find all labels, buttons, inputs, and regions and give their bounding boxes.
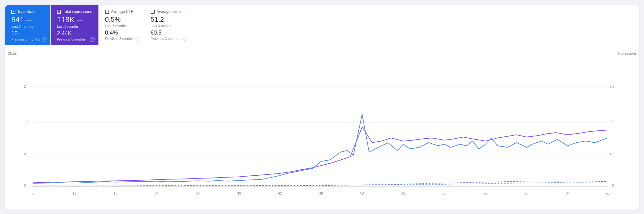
chart-area: Clicks Impressions 0 8 16 24 0 1K 2K 3K	[5, 45, 639, 210]
svg-text:36: 36	[237, 191, 241, 195]
svg-text:90: 90	[606, 191, 609, 195]
svg-text:2K: 2K	[610, 119, 614, 123]
ctr-current-value: 0.5%	[105, 16, 121, 23]
svg-text:84: 84	[566, 191, 569, 195]
clicks-current-period: Last 3 months	[11, 25, 44, 28]
y-axis-right-label: Impressions	[618, 52, 636, 55]
clicks-prev-period: Previous 3 months	[11, 37, 44, 41]
impressions-dash: —	[77, 17, 83, 23]
y-axis-left-label: Clicks	[8, 52, 17, 55]
position-label: Average position	[157, 9, 185, 14]
position-current-value: 51.2	[151, 16, 164, 23]
metric-title-position: Average position	[151, 9, 185, 14]
checkbox-position[interactable]	[151, 10, 155, 14]
svg-text:24: 24	[24, 85, 28, 89]
svg-text:72: 72	[484, 191, 487, 195]
impressions-label: Total impressions	[63, 9, 92, 14]
svg-text:60: 60	[401, 191, 405, 195]
metric-total-clicks[interactable]: Total clicks 541 — Last 3 months 10 ··· …	[5, 5, 51, 45]
metric-title-clicks: Total clicks	[11, 9, 44, 14]
ctr-current-period: Last 3 months	[105, 24, 138, 28]
impressions-line	[33, 127, 608, 183]
clicks-help-icon[interactable]: ?	[42, 37, 47, 42]
position-current-period: Last 3 months	[151, 24, 185, 28]
ctr-label: Average CTR	[111, 9, 134, 14]
chart-svg-container: 0 8 16 24 0 1K 2K 3K 6 12 18 24	[24, 52, 620, 197]
impressions-prev-period: Previous 3 months	[57, 37, 92, 41]
position-prev-period: Previous 3 months	[151, 37, 185, 41]
ctr-prev-value: 0.4%	[105, 30, 118, 36]
clicks-dash: —	[26, 17, 32, 23]
svg-text:42: 42	[278, 191, 282, 195]
svg-text:78: 78	[525, 191, 529, 195]
clicks-prev-dash: ···	[19, 31, 25, 36]
svg-text:18: 18	[114, 191, 117, 195]
chart-svg: 0 8 16 24 0 1K 2K 3K 6 12 18 24	[24, 52, 620, 196]
clicks-current-value: 541	[11, 16, 24, 24]
impressions-current-value: 118K	[57, 16, 75, 24]
clicks-prev-value: 10	[11, 30, 18, 37]
svg-text:0: 0	[24, 184, 26, 187]
metric-average-ctr[interactable]: Average CTR 0.5% Last 3 months 0.4% Prev…	[99, 5, 144, 45]
svg-text:12: 12	[73, 191, 76, 195]
svg-text:66: 66	[442, 191, 446, 195]
checkbox-impressions[interactable]	[57, 10, 61, 14]
impressions-current-period: Last 3 months	[57, 25, 92, 28]
position-help-icon[interactable]: ?	[182, 37, 187, 42]
checkbox-clicks[interactable]	[11, 10, 15, 14]
metric-title-ctr: Average CTR	[105, 9, 138, 14]
impressions-help-icon[interactable]: ?	[90, 37, 95, 42]
position-prev-value: 60.5	[151, 30, 162, 36]
svg-text:0: 0	[612, 184, 614, 187]
checkbox-ctr[interactable]	[105, 10, 109, 14]
main-container: Total clicks 541 — Last 3 months 10 ··· …	[5, 5, 639, 210]
ctr-help-icon[interactable]: ?	[136, 37, 140, 42]
svg-text:6: 6	[32, 191, 34, 195]
impressions-prev-value: 2.44K	[57, 30, 72, 37]
svg-text:54: 54	[360, 191, 364, 195]
impressions-prev-line	[33, 181, 608, 186]
svg-text:3K: 3K	[610, 85, 614, 89]
svg-text:30: 30	[196, 191, 200, 195]
metric-total-impressions[interactable]: Total impressions 118K — Last 3 months 2…	[51, 5, 99, 45]
svg-text:1K: 1K	[610, 152, 614, 156]
svg-text:8: 8	[24, 152, 26, 156]
svg-text:48: 48	[319, 191, 323, 195]
metrics-bar: Total clicks 541 — Last 3 months 10 ··· …	[5, 5, 639, 45]
metric-average-position[interactable]: Average position 51.2 Last 3 months 60.5…	[144, 5, 191, 45]
svg-text:16: 16	[24, 119, 28, 123]
clicks-label: Total clicks	[17, 9, 36, 14]
svg-text:24: 24	[155, 191, 158, 195]
ctr-prev-period: Previous 3 months	[105, 37, 138, 41]
clicks-line	[33, 114, 608, 184]
metric-title-impressions: Total impressions	[57, 9, 92, 14]
impressions-prev-dash: ···	[74, 31, 79, 36]
